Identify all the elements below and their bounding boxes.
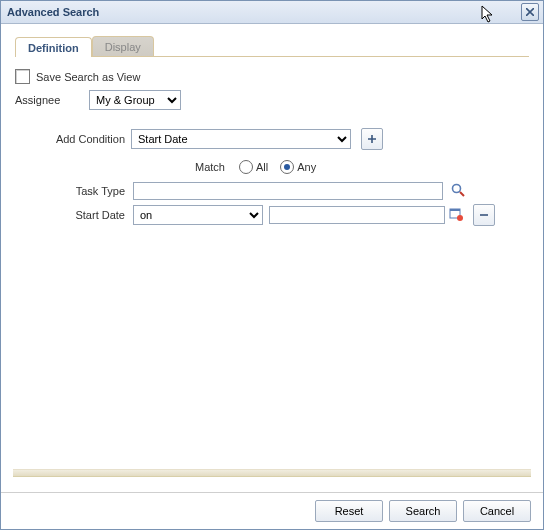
start-date-row: Start Date on bbox=[15, 204, 529, 226]
footer-separator bbox=[13, 469, 531, 477]
footer: Reset Search Cancel bbox=[1, 492, 543, 529]
remove-condition-button[interactable] bbox=[473, 204, 495, 226]
search-icon bbox=[451, 183, 465, 197]
radio-icon bbox=[280, 160, 294, 174]
window-title: Advanced Search bbox=[7, 6, 99, 18]
date-picker-button[interactable] bbox=[449, 207, 463, 223]
assignee-select[interactable]: My & Group bbox=[89, 90, 181, 110]
task-type-input[interactable] bbox=[133, 182, 443, 200]
cancel-button[interactable]: Cancel bbox=[463, 500, 531, 522]
start-date-label: Start Date bbox=[15, 209, 125, 221]
add-condition-select[interactable]: Start Date bbox=[131, 129, 351, 149]
match-all-label: All bbox=[256, 161, 268, 173]
add-condition-label: Add Condition bbox=[15, 133, 125, 145]
save-view-checkbox[interactable] bbox=[15, 69, 30, 84]
save-view-label: Save Search as View bbox=[36, 71, 140, 83]
task-type-browse-button[interactable] bbox=[451, 183, 465, 199]
svg-point-3 bbox=[457, 215, 463, 221]
svg-rect-2 bbox=[450, 209, 460, 211]
search-button[interactable]: Search bbox=[389, 500, 457, 522]
calendar-icon bbox=[449, 207, 463, 221]
assignee-label: Assignee bbox=[15, 94, 85, 106]
assignee-row: Assignee My & Group bbox=[15, 90, 529, 110]
add-condition-button[interactable] bbox=[361, 128, 383, 150]
task-type-row: Task Type bbox=[15, 182, 529, 200]
tab-display[interactable]: Display bbox=[92, 36, 154, 56]
close-icon bbox=[526, 8, 534, 16]
save-view-row: Save Search as View bbox=[15, 69, 529, 84]
reset-button[interactable]: Reset bbox=[315, 500, 383, 522]
radio-icon bbox=[239, 160, 253, 174]
minus-icon bbox=[479, 210, 489, 220]
plus-icon bbox=[367, 134, 377, 144]
task-type-label: Task Type bbox=[15, 185, 125, 197]
svg-point-0 bbox=[453, 185, 461, 193]
match-all-radio[interactable]: All bbox=[239, 160, 268, 174]
match-any-radio[interactable]: Any bbox=[280, 160, 316, 174]
close-button[interactable] bbox=[521, 3, 539, 21]
start-date-operator-select[interactable]: on bbox=[133, 205, 263, 225]
tab-bar: Definition Display bbox=[15, 34, 529, 57]
match-label: Match bbox=[195, 161, 225, 173]
tab-definition[interactable]: Definition bbox=[15, 37, 92, 57]
titlebar: Advanced Search bbox=[1, 1, 543, 24]
match-any-label: Any bbox=[297, 161, 316, 173]
advanced-search-dialog: Advanced Search Definition Display Save … bbox=[0, 0, 544, 530]
add-condition-row: Add Condition Start Date bbox=[15, 128, 529, 150]
start-date-input[interactable] bbox=[269, 206, 445, 224]
match-row: Match All Any bbox=[15, 160, 529, 174]
dialog-body: Definition Display Save Search as View A… bbox=[1, 24, 543, 226]
